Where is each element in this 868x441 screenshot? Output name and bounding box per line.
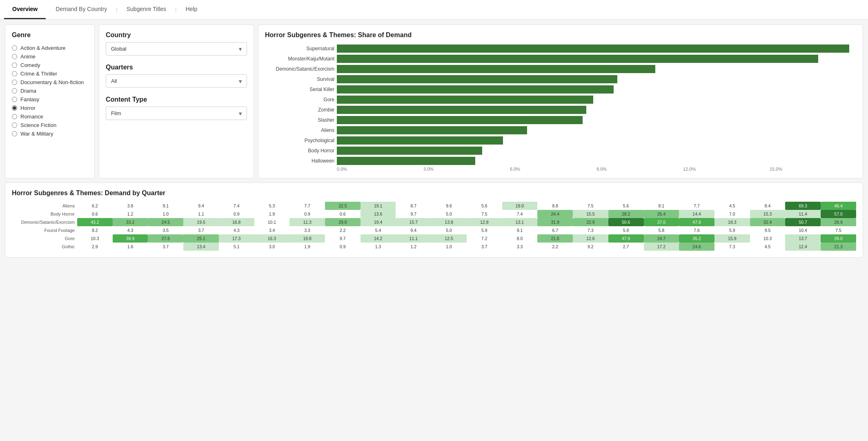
genre-radio-comedy[interactable] xyxy=(12,62,17,68)
bar-label: Demonic/Satanic/Exorcism xyxy=(265,66,334,72)
quarters-select[interactable]: All Q1 2023 Q2 2023 Q3 2023 Q4 2023 xyxy=(106,74,247,88)
genre-radio-romance[interactable] xyxy=(12,114,17,119)
bar-label: Aliens xyxy=(265,127,334,133)
bar-label: Halloween xyxy=(265,158,334,164)
genre-label-horror: Horror xyxy=(20,105,36,111)
chart-title: Horror Subgenres & Themes: Share of Dema… xyxy=(265,31,856,39)
tab-demand-by-country[interactable]: Demand By Country xyxy=(47,0,115,19)
genre-item-comedy[interactable]: Comedy xyxy=(12,61,88,69)
country-select[interactable]: Global United States United Kingdom Germ… xyxy=(106,42,247,56)
heat-cell: 1.0 xyxy=(431,243,467,251)
heat-cell: 13.4 xyxy=(183,243,219,251)
tab-overview[interactable]: Overview xyxy=(4,0,46,19)
heat-cell: 50.7 xyxy=(785,218,821,226)
heat-cell: 38.9 xyxy=(113,234,148,243)
heat-cell: 47.9 xyxy=(608,234,644,243)
heat-cell: 7.4 xyxy=(219,202,254,210)
heat-cell: 5.4 xyxy=(361,226,396,234)
heat-cell: 11.3 xyxy=(289,218,325,226)
heat-cell: 22.5 xyxy=(325,202,361,210)
genre-item-crime[interactable]: Crime & Thriller xyxy=(12,69,88,78)
genre-radio-drama[interactable] xyxy=(12,88,17,94)
genre-label-romance: Romance xyxy=(20,114,43,120)
genre-radio-fantasy[interactable] xyxy=(12,97,17,102)
genre-radio-documentary[interactable] xyxy=(12,80,17,85)
genre-item-scifi[interactable]: Science Fiction xyxy=(12,121,88,129)
genre-item-action[interactable]: Action & Adventure xyxy=(12,44,88,52)
heat-cell: 5.3 xyxy=(254,202,290,210)
bar-fill xyxy=(337,116,583,124)
heat-cell: 19.4 xyxy=(361,218,396,226)
genre-item-romance[interactable]: Romance xyxy=(12,112,88,121)
bar-label: Monster/Kaiju/Mutant xyxy=(265,56,334,62)
genre-item-drama[interactable]: Drama xyxy=(12,87,88,95)
heat-cell: 29.0 xyxy=(325,218,361,226)
heat-cell: 9.6 xyxy=(431,202,467,210)
bar-fill xyxy=(337,75,617,83)
heat-cell: 9.4 xyxy=(396,226,431,234)
heat-cell: 8.1 xyxy=(644,202,679,210)
heat-cell: 9.1 xyxy=(148,202,183,210)
heat-cell: 50.6 xyxy=(608,218,644,226)
heat-cell: 4.3 xyxy=(113,226,148,234)
heat-cell: 7.3 xyxy=(573,226,608,234)
heatmap-container: Aliens6.23.89.19.47.45.37.722.519.18.79.… xyxy=(12,202,856,251)
genre-item-fantasy[interactable]: Fantasy xyxy=(12,95,88,104)
chart-axis: 0.0%3.0%6.0%9.0%12.0%15.0% xyxy=(337,167,856,172)
genre-radio-horror[interactable] xyxy=(12,105,17,111)
heat-cell: 15.5 xyxy=(573,210,608,218)
heat-cell: 5.9 xyxy=(608,226,644,234)
genre-item-documentary[interactable]: Documentary & Non-fiction xyxy=(12,78,88,87)
heat-cell: 5.6 xyxy=(608,202,644,210)
heat-cell: 57.0 xyxy=(821,210,856,218)
axis-tick: 12.0% xyxy=(683,167,770,172)
axis-tick: 9.0% xyxy=(596,167,683,172)
heat-cell: 37.0 xyxy=(644,218,679,226)
genre-radio-action[interactable] xyxy=(12,45,17,51)
table-row: Gore10.338.927.625.117.316.319.89.714.21… xyxy=(12,234,856,243)
genre-label-crime: Crime & Thriller xyxy=(20,71,57,77)
tab-subgenre-titles[interactable]: Subgenre Titles xyxy=(118,0,174,19)
heat-cell: 6.7 xyxy=(537,226,573,234)
bar-container xyxy=(337,126,856,134)
bar-row: Gore xyxy=(265,96,856,104)
bar-label: Supernatural xyxy=(265,46,334,51)
filters-panel: Country Global United States United King… xyxy=(99,24,254,178)
genre-panel: Genre Action & AdventureAnimeComedyCrime… xyxy=(5,24,95,178)
genre-item-anime[interactable]: Anime xyxy=(12,52,88,61)
genre-item-war[interactable]: War & Military xyxy=(12,129,88,138)
heat-cell: 28.2 xyxy=(608,210,644,218)
heat-cell: 7.4 xyxy=(502,210,538,218)
genre-list: Action & AdventureAnimeComedyCrime & Thr… xyxy=(12,44,88,138)
genre-radio-war[interactable] xyxy=(12,131,17,136)
heat-cell: 9.7 xyxy=(325,234,361,243)
bar-row: Aliens xyxy=(265,126,856,134)
content-type-select[interactable]: Film TV Series Both xyxy=(106,107,247,120)
heat-cell: 22.9 xyxy=(573,218,608,226)
heat-cell: 9.7 xyxy=(396,210,431,218)
axis-tick: 15.0% xyxy=(770,167,856,172)
bar-row: Serial Killer xyxy=(265,85,856,94)
genre-item-horror[interactable]: Horror xyxy=(12,104,88,112)
quarters-filter: Quarters All Q1 2023 Q2 2023 Q3 2023 Q4 … xyxy=(106,64,247,88)
heat-cell: 8.8 xyxy=(537,202,573,210)
tab-help[interactable]: Help xyxy=(177,0,205,19)
table-row: Demonic/Satanic/Exorcism43.233.224.519.5… xyxy=(12,218,856,226)
heat-cell: 0.9 xyxy=(325,243,361,251)
bar-fill xyxy=(337,136,503,145)
bar-container xyxy=(337,136,856,145)
bar-row: Demonic/Satanic/Exorcism xyxy=(265,65,856,73)
bar-label: Gore xyxy=(265,97,334,102)
genre-radio-crime[interactable] xyxy=(12,71,17,76)
bar-row: Psychological xyxy=(265,136,856,145)
heat-cell: 24.6 xyxy=(679,243,714,251)
heat-cell: 1.1 xyxy=(183,210,219,218)
content-type-filter: Content Type Film TV Series Both ▼ xyxy=(106,96,247,120)
row-label: Aliens xyxy=(12,202,77,210)
heat-cell: 3.3 xyxy=(289,226,325,234)
bar-label: Serial Killer xyxy=(265,87,334,92)
heat-cell: 0.9 xyxy=(289,210,325,218)
genre-radio-scifi[interactable] xyxy=(12,122,17,128)
genre-radio-anime[interactable] xyxy=(12,54,17,59)
bar-fill xyxy=(337,147,482,155)
